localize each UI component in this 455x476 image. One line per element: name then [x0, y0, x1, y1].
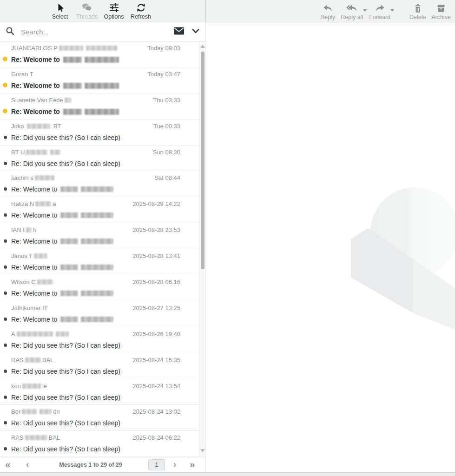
archive-button[interactable]: Archive: [429, 1, 453, 22]
text-part: Re: Did you see this? (So I can sleep): [11, 342, 120, 349]
message-sender: sachin s: [11, 174, 151, 182]
text-part: RAS: [11, 357, 24, 364]
message-header-line: JUANCARLOS P Today 09:03: [11, 45, 180, 52]
message-sender: IAN th: [11, 226, 129, 234]
message-subject: Re: Welcome to: [11, 238, 115, 245]
message-date: 2025-08-29 14:22: [132, 200, 180, 208]
message-row[interactable]: Joko BT Tue 00:33 Re: Did you see this? …: [0, 119, 199, 145]
read-status-dot: [4, 162, 7, 165]
text-part: Jothikumar R: [11, 304, 47, 311]
message-subject-line: Re: Welcome to: [11, 81, 180, 90]
search-options-caret-button[interactable]: [191, 28, 200, 36]
current-page-button[interactable]: 1: [148, 459, 165, 470]
next-page-button[interactable]: ›: [173, 460, 176, 469]
message-subject: Re: Did you see this? (So I can sleep): [11, 394, 120, 401]
list-scrollbar[interactable]: [199, 41, 205, 457]
message-sender: Witson C: [11, 278, 129, 286]
message-sender: Suanette Van Eede: [11, 97, 149, 104]
refresh-button[interactable]: Refresh: [128, 0, 154, 22]
message-row[interactable]: sachin s Sat 08:44 Re: Welcome to: [0, 171, 199, 197]
message-row[interactable]: Berón 2025-08-24 13:02 Re: Did you see t…: [0, 405, 199, 431]
reply-button[interactable]: Reply: [316, 1, 339, 22]
previous-page-button[interactable]: ‹: [26, 460, 29, 469]
text-part: a: [53, 200, 56, 207]
message-subject: Re: Welcome to: [11, 212, 115, 219]
text-part: Re: Welcome to: [11, 108, 62, 115]
text-part: ón: [53, 408, 59, 415]
search-input[interactable]: [20, 27, 173, 36]
message-row[interactable]: BT U Sun 08:30 Re: Did you see this? (So…: [0, 145, 199, 172]
message-row[interactable]: Raliza Na 2025-08-29 14:22 Re: Welcome t…: [0, 197, 199, 223]
message-row[interactable]: Witson C 2025-08-28 06:16 Re: Welcome to: [0, 275, 199, 301]
message-subject: Re: Did you see this? (So I can sleep): [11, 134, 120, 141]
message-date: Thu 03:33: [153, 97, 180, 104]
read-status-dot: [4, 291, 7, 295]
reply-all-label: Reply all: [341, 14, 363, 20]
redacted-text: [60, 238, 78, 244]
redacted-text: [35, 175, 54, 180]
select-cursor-icon: [55, 2, 65, 13]
message-sender: RASBAL: [11, 357, 129, 364]
message-toolbar: Reply Reply all: [205, 0, 455, 23]
text-part: A: [11, 331, 15, 337]
message-header-line: RASBAL 2025-08-24 15:35: [11, 357, 180, 364]
read-status-dot: [4, 396, 7, 399]
text-part: Re: Did you see this? (So I can sleep): [11, 394, 120, 401]
message-subject-line: Re: Welcome to: [11, 55, 180, 64]
text-part: Suanette Van Eede: [11, 97, 63, 104]
forward-menu-caret[interactable]: [390, 9, 394, 12]
message-row[interactable]: JUANCARLOS P Today 09:03 Re: Welcome to: [0, 41, 199, 67]
reply-all-button[interactable]: Reply all: [339, 1, 364, 22]
message-subject-line: Re: Welcome to: [11, 263, 180, 271]
message-subject: Re: Welcome to: [11, 290, 115, 297]
message-date: Sun 08:30: [153, 149, 180, 156]
message-row[interactable]: Suanette Van Eede Thu 03:33 Re: Welcome …: [0, 93, 199, 119]
threads-button[interactable]: Threads: [74, 0, 100, 22]
message-date: Today 03:47: [147, 71, 180, 78]
message-list-pane: Select Threads: [0, 0, 205, 472]
redacted-text: [60, 186, 78, 192]
text-part: Re: Welcome to: [11, 316, 59, 323]
message-row[interactable]: Goran T Today 03:47 Re: Welcome to: [0, 67, 199, 93]
message-header-line: IAN th 2025-08-28 23:53: [11, 226, 180, 234]
messages-count-status: Messages 1 to 29 of 29: [40, 462, 142, 468]
text-part: BT: [52, 123, 61, 130]
message-flag-filter-button[interactable]: [173, 26, 185, 37]
message-row[interactable]: koule 2025-08-24 13:54 Re: Did you see t…: [0, 379, 199, 405]
reply-all-menu-caret[interactable]: [363, 9, 367, 12]
message-subject-line: Re: Did you see this? (So I can sleep): [11, 133, 180, 142]
message-row[interactable]: RASBAL 2025-08-24 06:22 Re: Did you see …: [0, 431, 199, 457]
first-page-button[interactable]: «: [5, 460, 11, 469]
message-row[interactable]: RASBAL 2025-08-24 15:35 Re: Did you see …: [0, 353, 199, 379]
text-part: Re: Did you see this? (So I can sleep): [11, 419, 120, 427]
scrollbar-thumb[interactable]: [201, 52, 204, 269]
message-row[interactable]: Jànos T 2025-08-28 13:41 Re: Welcome to: [0, 249, 199, 275]
message-row[interactable]: A 2025-08-26 19:40 Re: Did you see this?…: [0, 327, 199, 353]
options-sliders-icon: [109, 2, 119, 13]
redacted-text: [60, 264, 78, 270]
read-status-dot: [3, 57, 7, 61]
text-part: sachin s: [11, 174, 33, 181]
redacted-text: [63, 109, 82, 115]
text-part: Ber: [11, 408, 20, 415]
message-row[interactable]: Jothikumar R 2025-08-27 13:25 Re: Welcom…: [0, 301, 199, 327]
redacted-text: [17, 331, 53, 337]
delete-button[interactable]: Delete: [406, 1, 429, 22]
message-row[interactable]: IAN th 2025-08-28 23:53 Re: Welcome to: [0, 223, 199, 249]
options-button[interactable]: Options: [101, 0, 127, 22]
redacted-text: [81, 186, 113, 192]
redacted-text: [85, 109, 119, 115]
archive-label: Archive: [431, 14, 451, 20]
redacted-text: [81, 317, 113, 322]
redacted-text: [81, 264, 113, 270]
forward-button[interactable]: Forward: [368, 1, 392, 22]
last-page-button[interactable]: »: [190, 460, 195, 469]
redacted-text: [35, 201, 51, 206]
select-button[interactable]: Select: [47, 0, 73, 22]
text-part: h: [33, 226, 36, 233]
redacted-text: [50, 150, 60, 155]
redacted-text: [60, 317, 78, 322]
scroll-down-arrow-icon[interactable]: [200, 449, 205, 452]
message-subject-line: Re: Did you see this? (So I can sleep): [11, 393, 180, 402]
scroll-up-arrow-icon[interactable]: [200, 45, 205, 48]
